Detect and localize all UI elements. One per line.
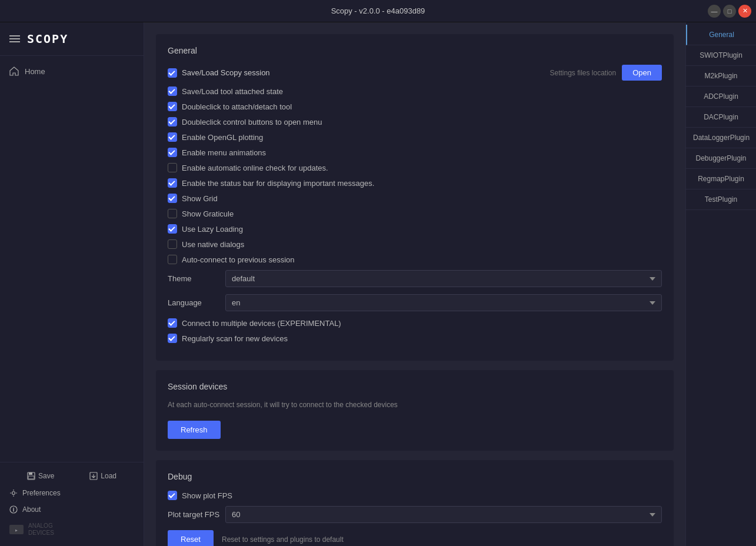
preferences-icon	[9, 489, 18, 497]
connect-multiple-checkbox[interactable]	[168, 318, 177, 328]
sidebar-header: SCOPY	[0, 22, 144, 56]
save_load_tool-checkbox[interactable]	[168, 86, 177, 96]
maximize-button[interactable]: □	[723, 5, 736, 18]
load-label: Load	[101, 472, 116, 480]
show_graticule-checkbox[interactable]	[168, 209, 177, 218]
sidebar-nav: Home	[0, 56, 144, 462]
plugin-item-m2k[interactable]: M2kPlugin	[686, 66, 756, 86]
checkbox-row-doubleclick_attach: Doubleclick to attach/detach tool	[168, 102, 662, 111]
plugin-item-debugger[interactable]: DebuggerPlugin	[686, 148, 756, 169]
reset-button[interactable]: Reset	[168, 530, 214, 546]
general-section-title: General	[168, 46, 662, 55]
use_native_dialogs-label: Use native dialogs	[182, 240, 244, 249]
plot-target-fps-select[interactable]: 30 60 120	[225, 506, 662, 523]
minimize-button[interactable]: —	[708, 5, 721, 18]
reset-row: Reset Reset to settings and plugins to d…	[168, 530, 662, 546]
preferences-item[interactable]: Preferences	[0, 485, 144, 501]
debug-section-title: Debug	[168, 472, 662, 481]
enable_online_check-checkbox[interactable]	[168, 163, 177, 172]
session-devices-title: Session devices	[168, 382, 662, 391]
theme-row: Theme default light dark	[168, 270, 662, 287]
save-icon	[27, 472, 35, 480]
save-load-session-left: Save/Load Scopy session	[168, 68, 270, 78]
doubleclick_control-label: Doubleclick control buttons to open menu	[182, 118, 322, 126]
language-row: Language en fr de es	[168, 294, 662, 311]
refresh-button[interactable]: Refresh	[168, 421, 221, 439]
enable_menu_animations-label: Enable menu animations	[182, 148, 266, 157]
connect-multiple-row: Connect to multiple devices (EXPERIMENTA…	[168, 318, 662, 328]
settings-location-group: Settings files location Open	[549, 65, 662, 81]
checkbox-row-auto_connect: Auto-connect to previous session	[168, 255, 662, 264]
app-layout: SCOPY Home Save	[0, 22, 756, 546]
show_grid-label: Show Grid	[182, 194, 218, 203]
use_lazy_loading-label: Use Lazy Loading	[182, 225, 243, 234]
show_grid-checkbox[interactable]	[168, 194, 177, 203]
language-select[interactable]: en fr de es	[225, 294, 662, 311]
reset-description: Reset to settings and plugins to default	[222, 535, 344, 544]
plugin-item-dac[interactable]: DACPlugin	[686, 107, 756, 128]
logo: SCOPY	[27, 32, 68, 46]
enable_menu_animations-checkbox[interactable]	[168, 148, 177, 157]
general-section: General Save/Load Scopy session Settings…	[156, 34, 674, 361]
theme-label: Theme	[168, 274, 221, 283]
plugin-item-regmap[interactable]: RegmapPlugin	[686, 169, 756, 189]
plugin-item-general[interactable]: General	[686, 25, 756, 45]
show-plot-fps-row: Show plot FPS	[168, 491, 662, 500]
doubleclick_attach-checkbox[interactable]	[168, 102, 177, 111]
save-load-session-checkbox[interactable]	[168, 68, 177, 78]
plot-target-fps-label: Plot target FPS	[168, 510, 221, 519]
auto_connect-checkbox[interactable]	[168, 255, 177, 264]
enable_status_bar-checkbox[interactable]	[168, 178, 177, 188]
analog-devices: ▶ ANALOGDEVICES	[0, 518, 144, 541]
analog-devices-logo: ▶	[9, 525, 24, 534]
regularly-scan-checkbox[interactable]	[168, 334, 177, 343]
show-plot-fps-label: Show plot FPS	[182, 491, 232, 500]
info-icon	[9, 505, 18, 514]
save_load_tool-label: Save/Load tool attached state	[182, 87, 283, 96]
use_native_dialogs-checkbox[interactable]	[168, 239, 177, 249]
checkboxes-container: Save/Load tool attached stateDoubleclick…	[168, 86, 662, 264]
auto_connect-label: Auto-connect to previous session	[182, 255, 295, 264]
connect-multiple-label: Connect to multiple devices (EXPERIMENTA…	[182, 319, 341, 328]
checkbox-row-enable_status_bar: Enable the status bar for displaying imp…	[168, 178, 662, 188]
plugin-item-adc[interactable]: ADCPlugin	[686, 86, 756, 107]
titlebar: Scopy - v2.0.0 - e4a093d89 — □ ✕	[0, 0, 756, 22]
close-button[interactable]: ✕	[738, 5, 751, 18]
enable_online_check-label: Enable automatic online check for update…	[182, 164, 328, 172]
sidebar-footer: Save Load Preferences	[0, 462, 144, 546]
theme-select[interactable]: default light dark	[225, 270, 662, 287]
load-button[interactable]: Load	[89, 472, 116, 480]
plugin-panel: GeneralSWIOTPluginM2kPluginADCPluginDACP…	[685, 22, 756, 546]
show-plot-fps-checkbox[interactable]	[168, 491, 177, 500]
main-content: General Save/Load Scopy session Settings…	[144, 22, 685, 546]
debug-section: Debug Show plot FPS Plot target FPS 30 6…	[156, 460, 674, 546]
load-icon	[89, 472, 98, 480]
checkbox-row-save_load_tool: Save/Load tool attached state	[168, 86, 662, 96]
home-icon	[9, 66, 19, 76]
regularly-scan-label: Regularly scan for new devices	[182, 334, 288, 343]
checkbox-row-enable_opengl: Enable OpenGL plotting	[168, 132, 662, 142]
enable_opengl-checkbox[interactable]	[168, 132, 177, 142]
save-button[interactable]: Save	[27, 472, 54, 480]
doubleclick_control-checkbox[interactable]	[168, 117, 177, 126]
sidebar-footer-actions: Save Load	[0, 467, 144, 485]
enable_opengl-label: Enable OpenGL plotting	[182, 133, 263, 142]
plugin-item-swiot[interactable]: SWIOTPlugin	[686, 45, 756, 66]
checkbox-row-doubleclick_control: Doubleclick control buttons to open menu	[168, 117, 662, 126]
show_graticule-label: Show Graticule	[182, 209, 234, 218]
checkbox-row-enable_menu_animations: Enable menu animations	[168, 148, 662, 157]
enable_status_bar-label: Enable the status bar for displaying imp…	[182, 179, 374, 188]
checkbox-row-use_native_dialogs: Use native dialogs	[168, 239, 662, 249]
home-label: Home	[25, 67, 45, 76]
preferences-label: Preferences	[22, 489, 61, 497]
plugin-item-datalogger[interactable]: DataLoggerPlugin	[686, 128, 756, 148]
about-label: About	[22, 505, 41, 514]
open-button[interactable]: Open	[622, 65, 662, 81]
about-item[interactable]: About	[0, 501, 144, 518]
hamburger-icon[interactable]	[9, 35, 20, 42]
save-label: Save	[38, 472, 54, 480]
save-load-session-label: Save/Load Scopy session	[182, 68, 270, 77]
sidebar-item-home[interactable]: Home	[0, 61, 144, 82]
use_lazy_loading-checkbox[interactable]	[168, 224, 177, 234]
plugin-item-test[interactable]: TestPlugin	[686, 189, 756, 210]
